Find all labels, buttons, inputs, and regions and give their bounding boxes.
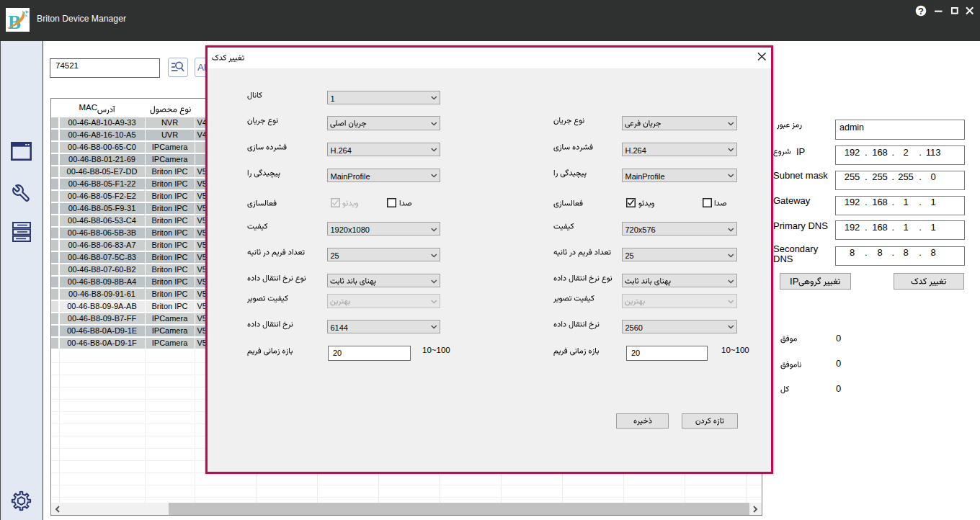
svg-text:?: ? (918, 6, 924, 17)
